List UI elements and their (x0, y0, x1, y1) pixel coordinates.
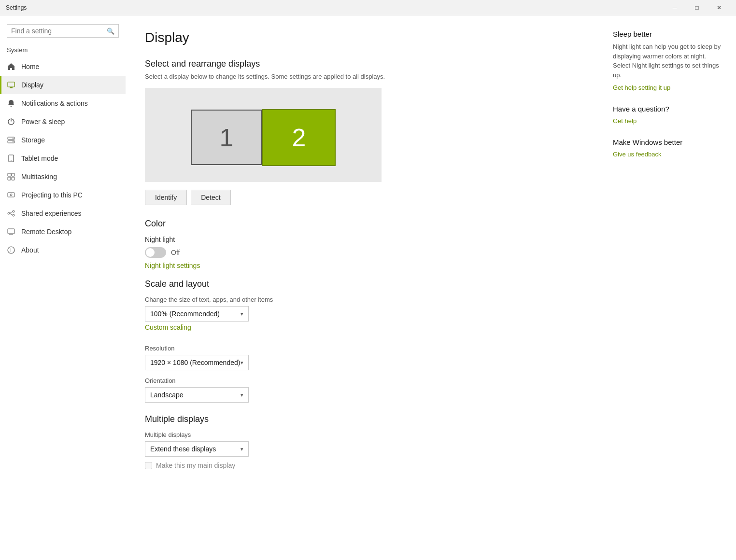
monitor-2[interactable]: 2 (262, 109, 336, 166)
sidebar-item-storage[interactable]: Storage (0, 131, 126, 149)
titlebar-controls: ─ □ ✕ (664, 0, 730, 15)
scale-heading: Scale and layout (145, 279, 581, 289)
svg-rect-0 (8, 82, 14, 87)
sidebar-item-tablet[interactable]: Tablet mode (0, 149, 126, 168)
svg-rect-10 (8, 177, 11, 180)
sleep-link[interactable]: Get help setting it up (613, 84, 670, 91)
sidebar-label-about: About (21, 246, 39, 254)
sidebar-label-projecting: Projecting to this PC (21, 191, 83, 199)
content-area: 🔍 System Home Display (0, 15, 736, 560)
night-light-toggle[interactable] (145, 247, 166, 258)
sidebar-item-shared[interactable]: Shared experiences (0, 204, 126, 223)
improve-link[interactable]: Give us feedback (613, 151, 661, 158)
resolution-label: Resolution (145, 345, 581, 352)
improve-title: Make Windows better (613, 138, 724, 146)
sidebar-label-tablet: Tablet mode (21, 154, 58, 162)
svg-point-5 (13, 141, 14, 142)
scale-dropdown-arrow: ▾ (241, 311, 243, 317)
svg-rect-11 (12, 177, 14, 180)
scale-field-label: Change the size of text, apps, and other… (145, 296, 581, 303)
color-heading: Color (145, 219, 581, 229)
svg-point-4 (13, 138, 14, 139)
sidebar-item-remote[interactable]: Remote Desktop (0, 223, 126, 241)
orientation-value: Landscape (150, 391, 184, 399)
sleep-section: Sleep better Night light can help you ge… (613, 30, 724, 91)
svg-point-7 (11, 160, 12, 161)
svg-rect-8 (8, 173, 11, 176)
power-icon (7, 117, 15, 126)
svg-rect-1 (10, 87, 13, 88)
question-section: Have a question? Get help (613, 105, 724, 125)
minimize-button[interactable]: ─ (664, 0, 686, 15)
close-button[interactable]: ✕ (708, 0, 730, 15)
about-icon: i (7, 246, 15, 254)
night-light-settings-link[interactable]: Night light settings (145, 262, 200, 269)
titlebar: Settings ─ □ ✕ (0, 0, 736, 15)
sidebar-label-storage: Storage (21, 136, 45, 144)
page-title: Display (145, 30, 581, 45)
resolution-dropdown-arrow: ▾ (241, 360, 243, 366)
svg-rect-12 (8, 193, 14, 197)
multiple-displays-heading: Multiple displays (145, 414, 581, 424)
shared-icon (7, 209, 15, 218)
night-light-label: Night light (145, 236, 581, 243)
improve-section: Make Windows better Give us feedback (613, 138, 724, 158)
night-light-state: Off (171, 249, 180, 256)
svg-line-18 (10, 213, 13, 215)
projecting-icon (7, 191, 15, 199)
display-icon (7, 81, 15, 89)
custom-scaling-link[interactable]: Custom scaling (145, 323, 191, 331)
sidebar-item-power[interactable]: Power & sleep (0, 112, 126, 131)
svg-rect-19 (8, 229, 14, 234)
question-title: Have a question? (613, 105, 724, 113)
sidebar-label-shared: Shared experiences (21, 210, 82, 217)
svg-point-13 (10, 194, 12, 196)
identify-button[interactable]: Identify (145, 190, 187, 205)
storage-icon (7, 136, 15, 144)
search-icon: 🔍 (107, 28, 114, 35)
night-light-toggle-row: Off (145, 247, 581, 258)
sidebar-item-projecting[interactable]: Projecting to this PC (0, 186, 126, 204)
sidebar-item-home[interactable]: Home (0, 57, 126, 76)
sidebar-label-remote: Remote Desktop (21, 228, 71, 236)
sidebar-label-notifications: Notifications & actions (21, 99, 88, 107)
svg-point-15 (13, 210, 14, 212)
multitasking-icon (7, 172, 15, 181)
svg-rect-9 (12, 173, 14, 176)
scale-value: 100% (Recommended) (150, 310, 220, 318)
select-heading: Select and rearrange displays (145, 59, 581, 69)
sidebar-label-multitasking: Multitasking (21, 173, 57, 181)
select-desc: Select a display below to change its set… (145, 73, 581, 80)
titlebar-title: Settings (6, 4, 664, 11)
orientation-label: Orientation (145, 377, 581, 384)
main-display-checkbox[interactable] (145, 462, 152, 469)
orientation-dropdown[interactable]: Landscape ▾ (145, 387, 249, 403)
svg-point-16 (13, 214, 14, 216)
sleep-body: Night light can help you get to sleep by… (613, 42, 724, 80)
question-link[interactable]: Get help (613, 117, 637, 125)
search-box[interactable]: 🔍 (7, 24, 119, 38)
sidebar-item-display[interactable]: Display (0, 76, 126, 94)
sidebar-item-notifications[interactable]: Notifications & actions (0, 94, 126, 112)
multiple-displays-dropdown-arrow: ▾ (241, 446, 243, 452)
maximize-button[interactable]: □ (686, 0, 708, 15)
svg-text:i: i (11, 248, 12, 253)
multiple-displays-dropdown[interactable]: Extend these displays ▾ (145, 441, 249, 457)
scale-dropdown[interactable]: 100% (Recommended) ▾ (145, 306, 249, 322)
sidebar-item-about[interactable]: i About (0, 241, 126, 259)
monitor-1[interactable]: 1 (191, 110, 262, 165)
home-icon (7, 62, 15, 71)
sidebar-label-home: Home (21, 63, 39, 70)
search-input[interactable] (11, 27, 107, 35)
display-buttons: Identify Detect (145, 190, 581, 205)
svg-line-17 (10, 212, 13, 214)
detect-button[interactable]: Detect (191, 190, 230, 205)
resolution-value: 1920 × 1080 (Recommended) (150, 359, 240, 366)
remote-icon (7, 227, 15, 236)
multiple-displays-value: Extend these displays (150, 445, 216, 453)
notifications-icon (7, 99, 15, 108)
main-display-row: Make this my main display (145, 462, 581, 469)
main-display-checkbox-label: Make this my main display (156, 462, 235, 469)
resolution-dropdown[interactable]: 1920 × 1080 (Recommended) ▾ (145, 355, 249, 370)
sidebar-item-multitasking[interactable]: Multitasking (0, 168, 126, 186)
